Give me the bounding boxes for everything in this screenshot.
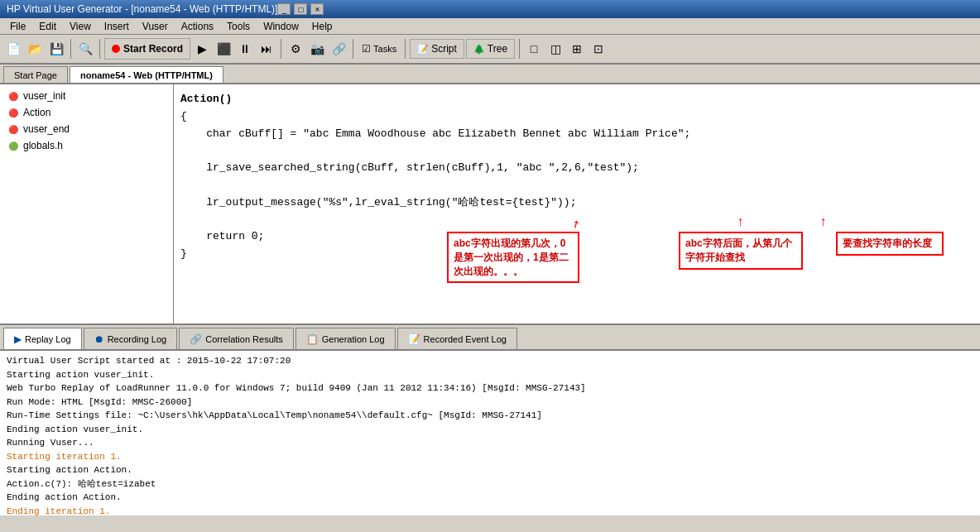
generation-log-icon: 📋	[306, 333, 319, 345]
open-btn[interactable]: 📂	[25, 39, 45, 59]
tree-item-action[interactable]: 🔴 Action	[3, 104, 170, 121]
menu-vuser[interactable]: Vuser	[136, 19, 175, 34]
maximize-btn[interactable]: □	[294, 3, 307, 15]
new-btn[interactable]: 📄	[3, 39, 23, 59]
start-page-tab[interactable]: Start Page	[3, 66, 68, 83]
left-panel: 🔴 vuser_init 🔴 Action 🔴 vuser_end 🟢 glob…	[0, 84, 174, 324]
annotation-box-1: abc字符出现的第几次，0是第一次出现的，1是第二次出现的。。。	[447, 232, 579, 283]
code-line-2	[180, 142, 973, 160]
tree-item-vuser-end[interactable]: 🔴 vuser_end	[3, 121, 170, 137]
replay-log-label: Replay Log	[25, 334, 71, 344]
script-view-btn[interactable]: 📝 Script	[410, 39, 464, 59]
recording-log-tab[interactable]: ⏺ Recording Log	[84, 328, 178, 349]
action-icon: 🔴	[7, 106, 20, 119]
stop-btn[interactable]: ⬛	[214, 39, 233, 59]
menu-actions[interactable]: Actions	[175, 19, 220, 34]
main-content: 🔴 vuser_init 🔴 Action 🔴 vuser_end 🟢 glob…	[0, 84, 980, 324]
code-line-1: char cBuff[] = "abc Emma Woodhouse abc E…	[180, 126, 973, 143]
sep6	[519, 39, 520, 59]
replay-log-tab[interactable]: ▶ Replay Log	[3, 328, 82, 349]
bottom-tab-bar: ▶ Replay Log ⏺ Recording Log 🔗 Correlati…	[0, 324, 980, 350]
correlation-icon: 🔗	[190, 333, 202, 345]
recorded-event-log-tab[interactable]: 📝 Recorded Event Log	[397, 328, 517, 349]
play-btn[interactable]: ▶	[192, 39, 212, 59]
menu-window[interactable]: Window	[257, 19, 305, 34]
log-panel[interactable]: Virtual User Script started at : 2015-10…	[0, 350, 980, 515]
menu-file[interactable]: File	[3, 19, 32, 34]
generation-log-tab[interactable]: 📋 Generation Log	[295, 328, 396, 349]
tree-label: Tree	[488, 43, 507, 55]
tasks-btn[interactable]: ☑ Tasks	[358, 37, 401, 60]
code-line-4	[180, 177, 973, 194]
minimize-btn[interactable]: _	[277, 3, 291, 15]
log-line: Starting action Action.	[7, 463, 973, 477]
menu-insert[interactable]: Insert	[98, 19, 136, 34]
code-open-brace: {	[180, 108, 973, 126]
log-line: Virtual User Script started at : 2015-10…	[7, 354, 973, 368]
title-bar: HP Virtual User Generator - [noname54 - …	[0, 0, 980, 18]
snapshot-btn[interactable]: 📷	[307, 39, 327, 59]
tree-item-globals[interactable]: 🟢 globals.h	[3, 137, 170, 154]
sep3	[281, 39, 281, 59]
tree-view-btn[interactable]: 🌲 Tree	[466, 39, 515, 59]
sep5	[405, 39, 406, 59]
annotation-text-2: abc字符后面，从第几个字符开始查找	[685, 237, 792, 263]
annotation-text-1: abc字符出现的第几次，0是第一次出现的，1是第二次出现的。。。	[454, 237, 569, 277]
vuser-init-icon: 🔴	[7, 89, 20, 103]
correlation-results-tab[interactable]: 🔗 Correlation Results	[179, 328, 294, 349]
toolbar: 📄 📂 💾 🔍 Start Record ▶ ⬛ ⏸ ⏭ ⚙ 📷 🔗 ☑ Tas…	[0, 35, 980, 65]
menu-help[interactable]: Help	[305, 19, 339, 34]
app-title: HP Virtual User Generator - [noname54 - …	[7, 3, 277, 15]
correlation-label: Correlation Results	[205, 334, 283, 344]
record-dot	[112, 45, 120, 53]
correlate-btn[interactable]: 🔗	[329, 39, 348, 59]
log-line: Ending iteration 1.	[7, 505, 973, 516]
log-line: Web Turbo Replay of LoadRunner 11.0.0 fo…	[7, 381, 973, 395]
menu-edit[interactable]: Edit	[32, 19, 63, 34]
start-record-btn[interactable]: Start Record	[104, 38, 190, 60]
search-btn[interactable]: 🔍	[75, 39, 95, 59]
arrow-3: ↑	[819, 215, 828, 230]
tree-label-vuser-init: vuser_init	[23, 90, 65, 102]
sep4	[353, 39, 353, 59]
tool1-btn[interactable]: □	[524, 39, 544, 59]
title-controls: _ □ ×	[277, 3, 324, 15]
start-record-label: Start Record	[123, 43, 183, 55]
sep1	[70, 39, 71, 59]
tree-label-vuser-end: vuser_end	[23, 123, 70, 135]
tree-item-vuser-init[interactable]: 🔴 vuser_init	[3, 88, 170, 104]
doc-tab-bar: Start Page noname54 - Web (HTTP/HTML)	[0, 65, 980, 84]
vuser-end-icon: 🔴	[7, 122, 20, 136]
pause-btn[interactable]: ⏸	[235, 39, 255, 59]
recording-log-label: Recording Log	[108, 334, 167, 344]
close-btn[interactable]: ×	[310, 3, 324, 15]
code-function-name: Action()	[180, 91, 973, 108]
log-line: Ending action Action.	[7, 491, 973, 505]
code-panel[interactable]: Action() { char cBuff[] = "abc Emma Wood…	[174, 84, 980, 324]
annotation-box-2: abc字符后面，从第几个字符开始查找	[679, 232, 803, 270]
step-btn[interactable]: ⏭	[257, 39, 276, 59]
tool3-btn[interactable]: ⊞	[567, 39, 587, 59]
compile-btn[interactable]: ⚙	[286, 39, 305, 59]
log-line: Action.c(7): 哈哈test=izabet	[7, 477, 973, 491]
tree-label-globals: globals.h	[23, 140, 63, 151]
menu-view[interactable]: View	[63, 19, 98, 34]
menu-tools[interactable]: Tools	[220, 19, 257, 34]
log-line: Run-Time Settings file: ~C:\Users\hk\App…	[7, 409, 973, 423]
log-line: Run Mode: HTML [MsgId: MMSC-26000]	[7, 395, 973, 410]
generation-log-label: Generation Log	[322, 334, 385, 344]
globals-icon: 🟢	[7, 139, 20, 152]
replay-log-icon: ▶	[14, 333, 22, 345]
tool2-btn[interactable]: ◫	[545, 39, 565, 59]
log-line: Running Vuser...	[7, 436, 973, 450]
script-label: Script	[431, 43, 457, 55]
save-btn[interactable]: 💾	[46, 39, 66, 59]
active-doc-tab[interactable]: noname54 - Web (HTTP/HTML)	[70, 66, 223, 83]
log-line: Ending action vuser_init.	[7, 423, 973, 437]
log-line: Starting action vuser_init.	[7, 368, 973, 382]
code-line-5: lr_output_message("%s",lr_eval_string("哈…	[180, 194, 973, 212]
sep2	[99, 39, 100, 59]
tool4-btn[interactable]: ⊡	[588, 39, 608, 59]
tree-label-action: Action	[23, 107, 50, 118]
menu-bar: File Edit View Insert Vuser Actions Tool…	[0, 18, 980, 35]
